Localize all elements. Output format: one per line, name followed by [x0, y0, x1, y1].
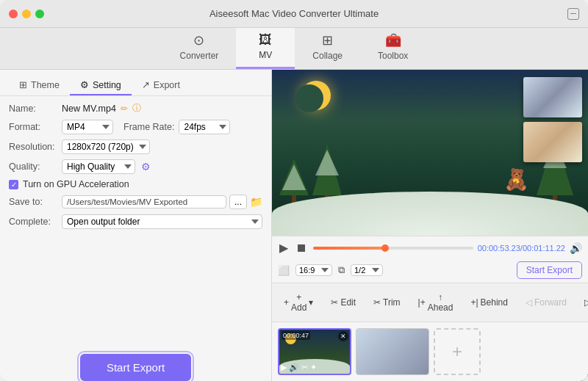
clip1-star-icon[interactable]: ✦ — [310, 363, 317, 372]
close-button[interactable] — [9, 10, 18, 18]
theme-icon: ⊞ — [19, 79, 27, 90]
framerate-label: Frame Rate: — [123, 122, 174, 132]
start-export-small-button[interactable]: Start Export — [517, 261, 582, 279]
complete-row: Complete: Open output folder — [9, 214, 262, 229]
complete-select[interactable]: Open output folder — [62, 214, 262, 229]
saveto-row: Save to: ... 📁 — [9, 195, 262, 209]
trim-label: Trim — [383, 297, 401, 308]
subtab-theme-label: Theme — [31, 80, 60, 90]
add-dropdown-icon: ▾ — [309, 297, 313, 308]
gpu-checkbox[interactable] — [9, 180, 18, 189]
time-total: 00:01:11.22 — [523, 244, 565, 253]
pencil-icon[interactable]: ✏ — [121, 104, 128, 114]
form-area: Name: New MV.mp4 ✏ ⓘ Format: MP4 Frame R… — [0, 96, 271, 341]
time-display: 00:00:53.23/00:01:11.22 — [478, 244, 565, 253]
info-icon[interactable]: ⓘ — [132, 102, 141, 115]
format-select[interactable]: MP4 — [62, 120, 113, 134]
right-panel: 🧸 ▶ ⏹ 00:00:53.23/00:01:11.22 — [272, 70, 588, 381]
subtab-export[interactable]: ↗ Export — [132, 76, 190, 95]
scale-select[interactable]: 1/2 1/1 1/4 — [351, 264, 383, 276]
play-button[interactable]: ▶ — [278, 239, 290, 256]
saveto-label: Save to: — [9, 197, 62, 207]
toolbox-icon: 🧰 — [385, 32, 401, 48]
volume-icon[interactable]: 🔊 — [570, 242, 582, 254]
tree-left-1 — [279, 159, 309, 206]
sub-tabs: ⊞ Theme ⚙ Setting ↗ Export — [0, 70, 271, 96]
gingerbread-figure: 🧸 — [503, 167, 529, 192]
tab-converter-label: Converter — [180, 51, 219, 61]
clip1-audio-icon[interactable]: 🔊 — [289, 363, 299, 372]
snow-ground — [272, 192, 588, 236]
video-preview: 🧸 — [272, 70, 588, 236]
player-row2: ⬜ 16:9 4:3 1:1 ⧉ 1/2 1/1 1/4 Start Expor… — [272, 259, 588, 283]
quality-select[interactable]: High Quality — [62, 159, 135, 174]
name-label: Name: — [9, 104, 62, 114]
subtab-setting-label: Setting — [93, 80, 121, 90]
clip1-play-icon[interactable]: ▶ — [281, 363, 287, 372]
left-panel: ⊞ Theme ⚙ Setting ↗ Export Name: — [0, 70, 272, 381]
quality-row: Quality: High Quality ⚙ — [9, 159, 262, 174]
window-title: Aiseesoft Mac Video Converter Ultimate — [209, 8, 379, 19]
add-label: + Add — [291, 292, 306, 313]
tab-collage[interactable]: ⊞ Collage — [295, 28, 360, 69]
preview-thumbnails — [523, 77, 582, 162]
clip1-time: 00:00:47 — [282, 331, 310, 340]
aspect-select[interactable]: 16:9 4:3 1:1 — [295, 264, 332, 276]
gpu-row: Turn on GPU Acceleration — [9, 179, 262, 189]
tab-mv-label: MV — [259, 50, 272, 60]
progress-fill — [313, 247, 385, 250]
tab-converter[interactable]: ⊙ Converter — [162, 28, 237, 69]
progress-bar[interactable] — [313, 247, 473, 250]
edit-label: Edit — [340, 297, 356, 308]
resolution-label: Resolution: — [9, 142, 62, 152]
preview-scene: 🧸 — [272, 70, 588, 236]
stop-button[interactable]: ⏹ — [294, 240, 309, 256]
subtab-theme[interactable]: ⊞ Theme — [9, 76, 70, 95]
aspect-icon: ⬜ — [278, 265, 290, 276]
format-label: Format: — [9, 122, 62, 132]
film-add-button[interactable]: + — [434, 328, 481, 375]
main-window: Aiseesoft Mac Video Converter Ultimate ⊙… — [0, 0, 588, 381]
behind-label: Behind — [481, 297, 508, 308]
backward-button[interactable]: ▷ Backward — [578, 294, 588, 311]
maximize-button[interactable] — [35, 10, 44, 18]
resolution-row: Resolution: 1280x720 (720p) — [9, 139, 262, 154]
converter-icon: ⊙ — [193, 32, 204, 48]
saveto-folder-icon[interactable]: 📁 — [250, 196, 262, 208]
filmstrip: ✕ 00:00:47 ▶ 🔊 ✂ ✦ + — [272, 322, 588, 381]
saveto-browse-button[interactable]: ... — [229, 195, 247, 209]
moon-shadow — [295, 84, 323, 112]
minimize-button[interactable] — [22, 10, 31, 18]
quality-label: Quality: — [9, 162, 62, 172]
resolution-select[interactable]: 1280x720 (720p) — [62, 139, 150, 154]
quality-settings-icon[interactable]: ⚙ — [141, 161, 151, 173]
clip1-close-button[interactable]: ✕ — [338, 331, 348, 341]
subtab-export-label: Export — [154, 80, 180, 90]
backward-icon: ▷ — [584, 297, 588, 308]
export-icon: ↗ — [142, 79, 150, 90]
tab-toolbox[interactable]: 🧰 Toolbox — [360, 28, 426, 69]
film-clip-2[interactable] — [356, 328, 429, 375]
behind-button[interactable]: +| Behind — [465, 294, 514, 311]
preview-thumb-2 — [523, 122, 582, 162]
forward-button[interactable]: ◁ Forward — [520, 294, 573, 311]
timeline-toolbar: + + Add ▾ ✂ Edit ✂ Trim |+ ↑ Ahead — [272, 283, 588, 322]
name-value-group: New MV.mp4 ✏ ⓘ — [62, 102, 141, 115]
ahead-label: ↑ Ahead — [428, 292, 453, 313]
start-export-button[interactable]: Start Export — [80, 354, 191, 381]
moon-shape — [301, 81, 331, 110]
menu-icon[interactable] — [567, 8, 579, 20]
behind-icon: +| — [470, 297, 478, 308]
framerate-select[interactable]: 24fps — [179, 120, 230, 134]
saveto-path-input[interactable] — [62, 195, 226, 208]
trim-button[interactable]: ✂ Trim — [368, 294, 406, 311]
tab-mv[interactable]: 🖼 MV — [236, 28, 295, 69]
edit-button[interactable]: ✂ Edit — [325, 294, 362, 311]
subtab-setting[interactable]: ⚙ Setting — [70, 76, 132, 95]
gpu-label: Turn on GPU Acceleration — [23, 179, 129, 189]
clip1-controls: ▶ 🔊 ✂ ✦ — [281, 363, 317, 372]
add-button[interactable]: + + Add ▾ — [278, 289, 319, 316]
ahead-button[interactable]: |+ ↑ Ahead — [412, 289, 459, 316]
clip1-cut-icon[interactable]: ✂ — [301, 363, 308, 372]
film-clip-1[interactable]: ✕ 00:00:47 ▶ 🔊 ✂ ✦ — [278, 328, 351, 375]
